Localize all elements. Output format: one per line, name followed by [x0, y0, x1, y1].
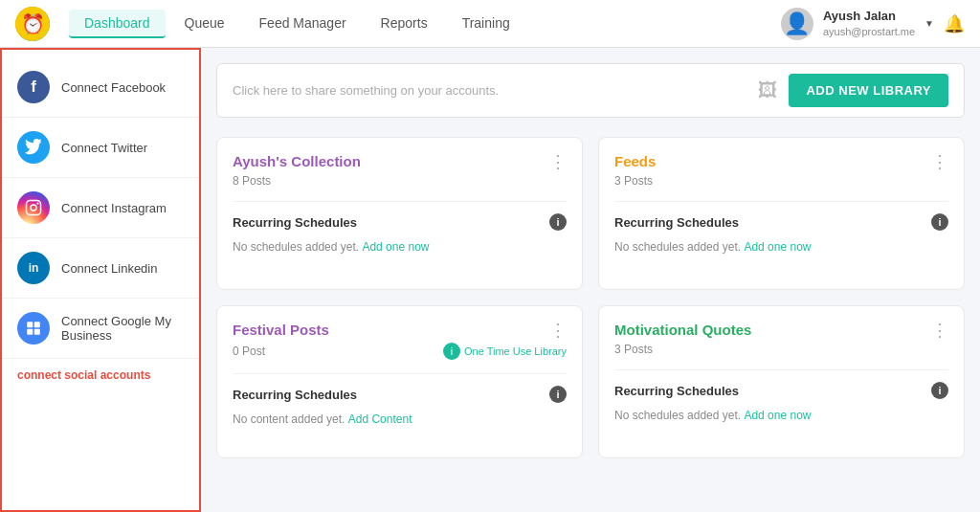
more-options-icon[interactable]: ⋮: [549, 322, 567, 339]
no-schedule-text: No content added yet. Add Content: [233, 412, 567, 426]
more-options-icon[interactable]: ⋮: [931, 322, 948, 339]
user-email: ayush@prostart.me: [823, 25, 915, 39]
connect-twitter-label: Connect Twitter: [61, 141, 147, 155]
sidebar-item-instagram[interactable]: Connect Instagram: [2, 178, 199, 238]
no-schedule-text: No schedules added yet. Add one now: [614, 409, 948, 422]
card-meta: 0 Post i One Time Use Library: [233, 343, 567, 360]
card-festival-posts: Festival Posts ⋮ 0 Post i One Time Use L…: [216, 305, 583, 458]
svg-rect-5: [27, 329, 33, 335]
chevron-down-icon[interactable]: ▼: [924, 18, 934, 29]
recurring-schedules-label: Recurring Schedules i: [614, 382, 948, 399]
one-time-badge: i One Time Use Library: [443, 343, 567, 360]
instagram-icon: [17, 191, 50, 224]
card-posts-count: 3 Posts: [614, 174, 948, 188]
add-content-link[interactable]: Add Content: [348, 412, 412, 426]
card-posts-count: 0 Post: [233, 345, 265, 358]
card-motivational-quotes: Motivational Quotes ⋮ 3 Posts Recurring …: [598, 305, 965, 458]
more-options-icon[interactable]: ⋮: [549, 153, 567, 170]
card-title: Feeds: [614, 153, 656, 169]
card-header: Motivational Quotes ⋮: [614, 322, 948, 339]
nav-queue[interactable]: Queue: [169, 10, 240, 38]
user-info: Ayush Jalan ayush@prostart.me: [823, 8, 915, 40]
more-options-icon[interactable]: ⋮: [931, 153, 948, 170]
no-schedule-text: No schedules added yet. Add one now: [233, 240, 567, 254]
main-layout: f Connect Facebook Connect Twitter Conne…: [0, 48, 980, 512]
bell-icon[interactable]: 🔔: [944, 13, 965, 34]
svg-point-2: [36, 202, 38, 204]
nav-feedmanager[interactable]: Feed Manager: [244, 10, 362, 38]
card-title: Festival Posts: [233, 322, 329, 338]
share-bar: Click here to share something on your ac…: [216, 63, 965, 118]
info-icon[interactable]: i: [549, 213, 567, 231]
svg-rect-6: [34, 329, 40, 335]
info-icon[interactable]: i: [931, 213, 948, 231]
info-icon[interactable]: i: [931, 382, 948, 399]
add-schedule-link[interactable]: Add one now: [744, 240, 811, 254]
recurring-schedules-label: Recurring Schedules i: [233, 213, 567, 231]
card-header: Ayush's Collection ⋮: [233, 153, 567, 170]
svg-point-1: [31, 205, 36, 211]
add-schedule-link[interactable]: Add one now: [362, 240, 429, 254]
card-header: Feeds ⋮: [614, 153, 948, 170]
avatar: 👤: [781, 8, 813, 40]
nav-dashboard[interactable]: Dashboard: [69, 10, 166, 38]
twitter-icon: [17, 131, 50, 164]
card-title: Ayush's Collection: [233, 153, 361, 169]
connect-social-note: connect social accounts: [2, 359, 199, 391]
add-new-library-button[interactable]: ADD NEW LIBRARY: [789, 74, 948, 107]
connect-instagram-label: Connect Instagram: [61, 201, 167, 215]
sidebar-item-twitter[interactable]: Connect Twitter: [2, 118, 199, 178]
sidebar-item-linkedin[interactable]: in Connect Linkedin: [2, 238, 199, 299]
svg-rect-3: [27, 322, 33, 327]
nav-training[interactable]: Training: [447, 10, 525, 38]
card-feeds: Feeds ⋮ 3 Posts Recurring Schedules i No…: [598, 137, 965, 290]
main-content: Click here to share something on your ac…: [201, 48, 980, 512]
info-badge-icon: i: [443, 343, 460, 360]
top-navigation: ⏰ Dashboard Queue Feed Manager Reports T…: [0, 0, 980, 48]
sidebar: f Connect Facebook Connect Twitter Conne…: [0, 48, 201, 512]
sidebar-item-google[interactable]: Connect Google My Business: [2, 299, 199, 359]
svg-rect-4: [34, 322, 40, 327]
user-name: Ayush Jalan: [823, 8, 915, 25]
nav-right: 👤 Ayush Jalan ayush@prostart.me ▼ 🔔: [781, 8, 965, 40]
recurring-schedules-label: Recurring Schedules i: [614, 213, 948, 231]
no-schedule-text: No schedules added yet. Add one now: [614, 240, 948, 254]
add-schedule-link[interactable]: Add one now: [744, 409, 811, 422]
info-icon[interactable]: i: [549, 386, 567, 403]
cards-grid: Ayush's Collection ⋮ 8 Posts Recurring S…: [216, 137, 965, 458]
image-upload-icon[interactable]: 🖼: [758, 79, 777, 101]
facebook-icon: f: [17, 71, 50, 103]
card-header: Festival Posts ⋮: [233, 322, 567, 339]
nav-reports[interactable]: Reports: [366, 10, 443, 38]
card-posts-count: 8 Posts: [233, 174, 567, 188]
card-title: Motivational Quotes: [614, 322, 751, 338]
recurring-schedules-label: Recurring Schedules i: [233, 386, 567, 403]
nav-links: Dashboard Queue Feed Manager Reports Tra…: [69, 10, 781, 38]
connect-linkedin-label: Connect Linkedin: [61, 261, 157, 276]
connect-google-label: Connect Google My Business: [61, 314, 184, 343]
card-posts-count: 3 Posts: [614, 343, 948, 356]
sidebar-item-facebook[interactable]: f Connect Facebook: [2, 57, 199, 118]
google-my-business-icon: [17, 312, 50, 345]
share-input-placeholder[interactable]: Click here to share something on your ac…: [233, 83, 746, 98]
logo-icon: ⏰: [15, 7, 50, 41]
logo[interactable]: ⏰: [15, 7, 50, 41]
card-ayushs-collection: Ayush's Collection ⋮ 8 Posts Recurring S…: [216, 137, 583, 290]
linkedin-icon: in: [17, 252, 50, 284]
connect-facebook-label: Connect Facebook: [61, 80, 166, 95]
